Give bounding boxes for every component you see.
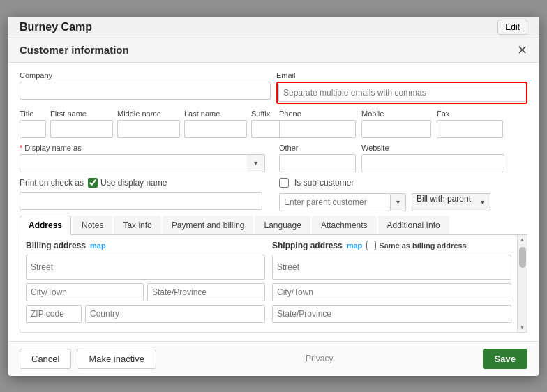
shipping-city-state: [272, 283, 511, 301]
tab-tax-info[interactable]: Tax info: [114, 216, 160, 234]
use-display-name-label: Use display name: [100, 178, 167, 188]
displayname-arrow[interactable]: ▾: [247, 154, 265, 172]
sub-customer-checkbox[interactable]: [279, 178, 289, 188]
sub-row: Is sub-customer: [279, 178, 527, 188]
same-as-billing-checkbox[interactable]: [366, 241, 376, 250]
shipping-street-input[interactable]: [272, 255, 511, 280]
scrollbar[interactable]: ▲ ▼: [517, 235, 527, 332]
tab-address[interactable]: Address: [20, 216, 71, 235]
company-email-row: Company Email: [20, 71, 527, 104]
tab-attachments[interactable]: Attachments: [312, 216, 377, 234]
parent-arrow[interactable]: ▾: [391, 193, 406, 211]
save-button[interactable]: Save: [483, 349, 527, 369]
scrollbar-thumb[interactable]: [519, 247, 526, 268]
displayname-label: Display name as: [20, 144, 271, 152]
name-row: Title First name Middle name Last n: [20, 110, 271, 138]
suffix-label: Suffix: [251, 110, 282, 118]
fax-label: Fax: [437, 110, 507, 118]
shipping-state-input[interactable]: [272, 305, 511, 323]
title-input[interactable]: [20, 120, 46, 138]
shipping-label: Shipping address: [272, 241, 343, 250]
shipping-city-input[interactable]: [272, 283, 511, 301]
footer-left-buttons: Cancel Make inactive: [20, 349, 156, 369]
tab-additional-info[interactable]: Additional Info: [378, 216, 449, 234]
bill-with-parent-select[interactable]: Bill with parent: [412, 193, 475, 211]
billing-country-input[interactable]: [85, 305, 265, 323]
title-group: Title: [20, 110, 46, 138]
billing-street-input[interactable]: [26, 255, 265, 280]
lastname-input[interactable]: [184, 120, 247, 138]
firstname-group: First name: [50, 110, 113, 138]
billing-city-input[interactable]: [26, 283, 144, 301]
name-col: Title First name Middle name Last n: [20, 110, 271, 144]
middlename-label: Middle name: [117, 110, 180, 118]
phone-label: Phone: [279, 110, 356, 118]
company-group: Company: [20, 71, 271, 100]
firstname-input[interactable]: [50, 120, 113, 138]
email-field-wrapper: [276, 82, 527, 104]
displayname-input[interactable]: Burney Camp: [20, 154, 247, 172]
tab-language[interactable]: Language: [255, 216, 310, 234]
mobile-input[interactable]: [361, 120, 431, 138]
address-content: Billing address map: [20, 235, 517, 332]
displayname-group: Display name as Burney Camp ▾: [20, 144, 271, 172]
billing-state-input[interactable]: [147, 283, 265, 301]
cancel-button[interactable]: Cancel: [20, 349, 71, 369]
mobile-label: Mobile: [361, 110, 431, 118]
billing-zip-input[interactable]: [26, 305, 82, 323]
shipping-state: [272, 305, 511, 323]
use-display-name-checkbox[interactable]: [88, 178, 98, 188]
use-display-name-wrapper: Use display name: [88, 178, 167, 188]
shipping-map-link[interactable]: map: [347, 241, 363, 250]
billing-col: Billing address map: [26, 241, 265, 326]
displayname-select: Burney Camp ▾: [20, 154, 271, 172]
display-other-cols: Display name as Burney Camp ▾ Other 6543…: [20, 144, 527, 178]
print-label: Print on check as: [20, 178, 84, 188]
billing-map-link[interactable]: map: [90, 241, 106, 250]
scroll-down-icon[interactable]: ▼: [518, 323, 527, 332]
billing-label: Billing address: [26, 241, 86, 250]
modal-header: Customer information ✕: [8, 38, 539, 63]
email-label: Email: [276, 71, 527, 80]
tab-payment-billing[interactable]: Payment and billing: [163, 216, 254, 234]
email-input[interactable]: [278, 84, 525, 102]
website-label: Website: [361, 144, 527, 152]
scroll-up-icon[interactable]: ▲: [518, 235, 527, 244]
email-group: Email: [276, 71, 527, 104]
company-input[interactable]: [20, 82, 271, 100]
privacy-text: Privacy: [306, 354, 333, 363]
other-col: Other 654321 Website: [279, 144, 527, 178]
bill-arrow[interactable]: ▾: [475, 193, 490, 211]
modal-body: Company Email Title: [8, 63, 539, 341]
phone-group: Phone 123456: [279, 110, 356, 138]
phone-row: Phone 123456 Mobile Fax: [279, 110, 527, 138]
other-label: Other: [279, 144, 356, 152]
lastname-group: Last name: [184, 110, 247, 138]
suffix-input[interactable]: [251, 120, 282, 138]
close-button[interactable]: ✕: [517, 44, 527, 56]
edit-button[interactable]: Edit: [497, 20, 527, 35]
tab-notes[interactable]: Notes: [73, 216, 112, 234]
shipping-col: Shipping address map Same as billing add…: [272, 241, 511, 326]
billing-header: Billing address map: [26, 241, 265, 250]
fax-input[interactable]: [437, 120, 503, 138]
print-row: Print on check as Use display name: [20, 178, 271, 188]
address-panel: Billing address map: [20, 235, 527, 333]
phone-input[interactable]: 123456: [279, 120, 356, 138]
billing-city-state: [26, 283, 265, 301]
other-input[interactable]: 654321: [279, 154, 356, 172]
parent-input[interactable]: [279, 193, 391, 211]
middlename-group: Middle name: [117, 110, 180, 138]
website-input[interactable]: [361, 154, 504, 172]
middlename-input[interactable]: [117, 120, 180, 138]
print-input[interactable]: Burney Camp: [20, 192, 262, 210]
suffix-group: Suffix: [251, 110, 282, 138]
make-inactive-button[interactable]: Make inactive: [77, 349, 156, 369]
bill-wrap: Bill with parent ▾: [412, 193, 490, 211]
customer-modal: Burney Camp Edit Customer information ✕ …: [8, 17, 539, 376]
print-sub-cols: Print on check as Use display name Burne…: [20, 178, 527, 211]
display-col: Display name as Burney Camp ▾: [20, 144, 271, 178]
address-cols: Billing address map: [26, 241, 511, 326]
tabs-bar: Address Notes Tax info Payment and billi…: [20, 216, 527, 235]
mobile-group: Mobile: [361, 110, 431, 138]
